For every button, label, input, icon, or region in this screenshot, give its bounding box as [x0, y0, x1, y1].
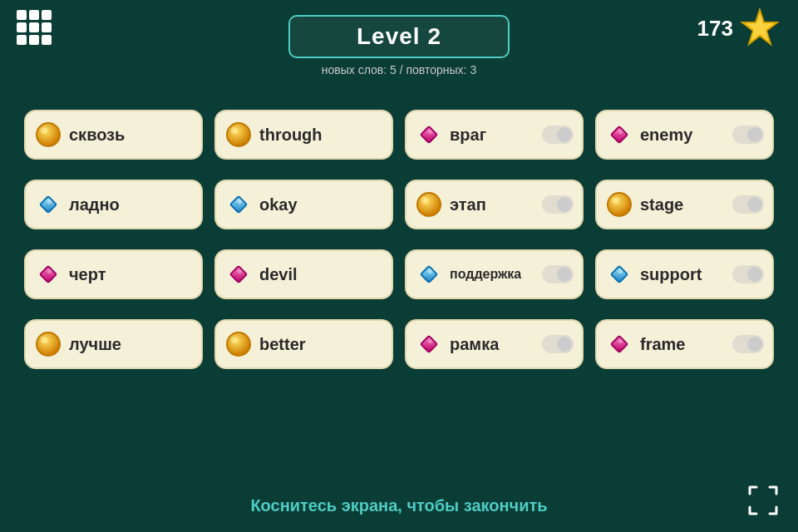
header: Level 2 173 — [0, 0, 798, 58]
svg-rect-18 — [40, 266, 57, 283]
word-text: support — [640, 265, 732, 284]
word-card[interactable]: сквозь — [24, 110, 203, 160]
svg-point-26 — [37, 332, 60, 356]
svg-point-29 — [231, 337, 238, 343]
word-card[interactable]: okay — [214, 180, 393, 229]
svg-point-28 — [227, 332, 250, 356]
word-text: поддержка — [450, 267, 542, 282]
menu-icon[interactable] — [17, 10, 52, 45]
word-text: этап — [450, 195, 542, 214]
word-toggle[interactable] — [732, 265, 764, 283]
word-card[interactable]: frame — [595, 319, 774, 369]
word-card[interactable]: better — [214, 319, 393, 369]
gem-icon — [415, 121, 443, 149]
svg-point-3 — [41, 127, 47, 134]
word-toggle[interactable] — [732, 195, 764, 214]
gem-icon — [34, 190, 62, 219]
word-card[interactable]: рамка — [405, 319, 584, 369]
word-text: сквозь — [69, 126, 193, 145]
word-card[interactable]: support — [595, 249, 774, 299]
word-text: рамка — [450, 335, 542, 354]
svg-point-27 — [41, 337, 47, 343]
word-text: frame — [640, 335, 732, 354]
svg-point-15 — [421, 197, 428, 204]
word-card[interactable]: поддержка — [405, 249, 584, 299]
gem-icon — [605, 121, 633, 149]
fullscreen-svg — [748, 485, 778, 515]
svg-rect-30 — [421, 336, 437, 352]
gem-icon — [34, 260, 62, 288]
word-toggle[interactable] — [732, 335, 764, 353]
word-text: stage — [640, 195, 732, 214]
svg-point-4 — [227, 123, 250, 146]
svg-rect-22 — [421, 266, 437, 283]
subtitle: новых слов: 5 / повторных: 3 — [0, 63, 798, 76]
svg-point-16 — [608, 193, 631, 216]
star-count: 173 — [697, 16, 733, 42]
star-icon — [738, 7, 781, 50]
gem-icon — [415, 260, 443, 288]
word-card[interactable]: stage — [595, 180, 774, 229]
level-box: Level 2 — [288, 15, 510, 58]
word-card[interactable]: враг — [405, 110, 584, 160]
svg-rect-24 — [611, 266, 628, 283]
word-toggle[interactable] — [542, 265, 574, 283]
word-card[interactable]: devil — [214, 249, 393, 299]
svg-rect-12 — [230, 196, 247, 213]
touch-label[interactable]: Коснитесь экрана, чтобы закончить — [250, 496, 547, 515]
word-text: враг — [450, 126, 542, 145]
svg-point-14 — [417, 193, 441, 216]
gem-icon — [415, 190, 443, 219]
fullscreen-icon[interactable] — [748, 485, 778, 519]
gem-icon — [34, 121, 62, 149]
svg-point-2 — [37, 123, 60, 146]
svg-point-5 — [231, 127, 238, 134]
word-card[interactable]: лучше — [24, 319, 203, 369]
word-card[interactable]: черт — [24, 249, 203, 299]
word-text: okay — [259, 195, 383, 214]
word-text: enemy — [640, 126, 732, 145]
gem-icon — [224, 330, 253, 358]
word-toggle[interactable] — [732, 126, 764, 144]
word-text: ладно — [69, 195, 193, 214]
gem-icon — [224, 190, 253, 219]
svg-rect-6 — [421, 126, 437, 143]
gem-icon — [605, 330, 633, 358]
word-text: черт — [69, 265, 193, 284]
svg-rect-8 — [611, 126, 628, 143]
word-card[interactable]: этап — [405, 180, 584, 229]
word-toggle[interactable] — [542, 335, 574, 353]
svg-rect-20 — [230, 266, 247, 283]
svg-rect-32 — [611, 336, 628, 352]
word-text: devil — [259, 265, 383, 284]
gem-icon — [34, 330, 62, 358]
word-toggle[interactable] — [542, 195, 574, 214]
word-text: through — [259, 126, 383, 145]
word-card[interactable]: enemy — [595, 110, 774, 160]
gem-icon — [605, 260, 633, 288]
svg-rect-10 — [40, 196, 57, 213]
word-text: better — [259, 335, 383, 354]
gem-icon — [415, 330, 443, 358]
word-grid: сквозь through враг — [0, 110, 798, 377]
gem-icon — [224, 121, 253, 149]
word-text: лучше — [69, 335, 193, 354]
word-card[interactable]: ладно — [24, 180, 203, 229]
star-area: 173 — [697, 7, 781, 50]
word-card[interactable]: through — [214, 110, 393, 160]
word-toggle[interactable] — [542, 126, 574, 144]
bottom-area: Коснитесь экрана, чтобы закончить — [0, 496, 798, 515]
level-title: Level 2 — [357, 23, 441, 50]
gem-icon — [224, 260, 253, 288]
svg-point-17 — [612, 197, 618, 204]
gem-icon — [605, 190, 633, 219]
